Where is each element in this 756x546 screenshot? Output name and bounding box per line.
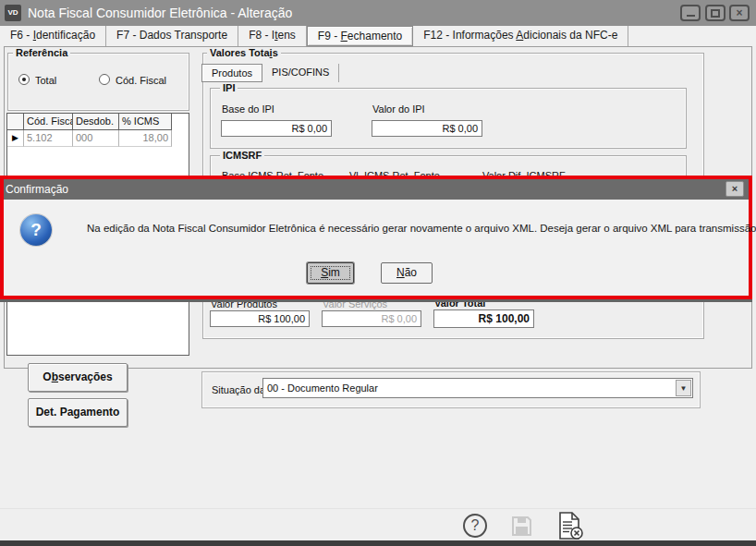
- dialog-titlebar: Confirmação ×: [4, 179, 749, 200]
- row-selector-icon: ▶: [7, 130, 24, 147]
- close-icon: ×: [736, 7, 742, 18]
- cancel-document-button[interactable]: [555, 511, 585, 540]
- save-button[interactable]: [509, 514, 533, 538]
- tab-f12-informacoes-adicionais[interactable]: F12 - Informações Adicionais da NFC-e: [413, 26, 628, 46]
- bottom-edge: [0, 540, 756, 546]
- tab-f9-fechamento[interactable]: F9 - Fechamento: [307, 26, 413, 46]
- tab-f8-itens[interactable]: F8 - Itens: [238, 26, 307, 46]
- cell-cod-fiscal: 5.102: [24, 130, 73, 147]
- help-icon: ?: [471, 517, 480, 534]
- ipi-group-label: IPI: [220, 82, 238, 94]
- dialog-close-button[interactable]: ×: [726, 181, 744, 197]
- help-button[interactable]: ?: [463, 514, 487, 538]
- nao-button[interactable]: Não: [381, 262, 433, 284]
- app-window: VD Nota Fiscal Consumidor Eletrônica - A…: [0, 0, 756, 546]
- tab-pis-cofins[interactable]: PIS/COFINS: [262, 64, 339, 82]
- tab-f6-identificacao[interactable]: F6 - Identificação: [0, 26, 106, 46]
- grid-header-filler: [172, 114, 189, 130]
- valor-total-field[interactable]: R$ 100,00: [433, 309, 534, 328]
- valores-totais-label: Valores Totais: [207, 47, 281, 59]
- valor-ipi-label: Valor do IPI: [372, 103, 425, 115]
- ipi-groupbox: [210, 88, 687, 149]
- radio-cod-fiscal-label[interactable]: Cód. Fiscal: [116, 75, 166, 86]
- situacao-dropdown-button[interactable]: ▼: [676, 380, 691, 396]
- cell-icms: 18,00: [119, 130, 172, 147]
- sim-button[interactable]: Sim: [307, 262, 354, 284]
- window-title: Nota Fiscal Consumidor Eletrônica - Alte…: [28, 6, 292, 20]
- cancel-document-icon: [556, 511, 584, 540]
- radio-cod-fiscal[interactable]: [99, 74, 110, 85]
- chevron-down-icon: ▼: [680, 384, 688, 393]
- main-tabbar: F6 - Identificação F7 - Dados Transporte…: [0, 26, 756, 46]
- save-icon: [510, 515, 533, 538]
- dialog-message: Na edição da Nota Fiscal Consumidor Elet…: [87, 223, 756, 234]
- toolbar-divider: [0, 508, 756, 509]
- dialog-title: Confirmação: [6, 183, 68, 196]
- base-ipi-field[interactable]: R$ 0,00: [221, 120, 332, 137]
- minimize-button[interactable]: [680, 5, 701, 21]
- dialog-close-icon: ×: [732, 183, 738, 194]
- grid-header-row: Cód. Fiscal Desdob. % ICMS: [7, 114, 189, 130]
- referencia-group-label: Referência: [13, 47, 70, 59]
- valor-servicos-label: Valor Serviços: [323, 298, 387, 309]
- det-pagamento-button[interactable]: Det. Pagamento: [28, 398, 128, 427]
- valor-servicos-field[interactable]: R$ 0,00: [322, 310, 421, 327]
- valor-ipi-field[interactable]: R$ 0,00: [372, 120, 482, 137]
- situacao-combobox[interactable]: 00 - Documento Regular ▼: [262, 378, 693, 398]
- app-icon: VD: [5, 5, 21, 21]
- table-row[interactable]: ▶ 5.102 000 18,00: [7, 130, 189, 147]
- tab-f7-dados-transporte[interactable]: F7 - Dados Transporte: [106, 26, 238, 46]
- question-icon: ?: [20, 214, 52, 246]
- valores-totais-tabbar: Produtos PIS/COFINS: [201, 64, 339, 82]
- icmsrf-group-label: ICMSRF: [220, 150, 264, 162]
- base-ipi-label: Base do IPI: [222, 103, 274, 115]
- tab-produtos[interactable]: Produtos: [201, 64, 262, 82]
- close-button[interactable]: ×: [729, 5, 750, 21]
- observacoes-button[interactable]: Observações: [28, 363, 128, 392]
- maximize-button[interactable]: [705, 5, 726, 21]
- grid-header-selector: [7, 114, 24, 130]
- confirmation-dialog: Confirmação × ? Na edição da Nota Fiscal…: [0, 176, 752, 299]
- minimize-icon: [687, 15, 695, 17]
- valor-produtos-field[interactable]: R$ 100,00: [210, 310, 310, 327]
- valor-produtos-label: Valor Produtos: [211, 298, 277, 309]
- cell-desdob: 000: [73, 130, 119, 147]
- grid-header-cod-fiscal: Cód. Fiscal: [24, 114, 73, 130]
- grid-header-desdob: Desdob.: [73, 114, 119, 130]
- maximize-icon: [711, 9, 720, 18]
- radio-total-label[interactable]: Total: [35, 75, 56, 86]
- grid-header-icms: % ICMS: [119, 114, 172, 130]
- radio-total[interactable]: [18, 74, 30, 85]
- situacao-value: 00 - Documento Regular: [267, 382, 378, 394]
- window-titlebar: VD Nota Fiscal Consumidor Eletrônica - A…: [0, 0, 756, 26]
- cell-filler: [172, 130, 189, 147]
